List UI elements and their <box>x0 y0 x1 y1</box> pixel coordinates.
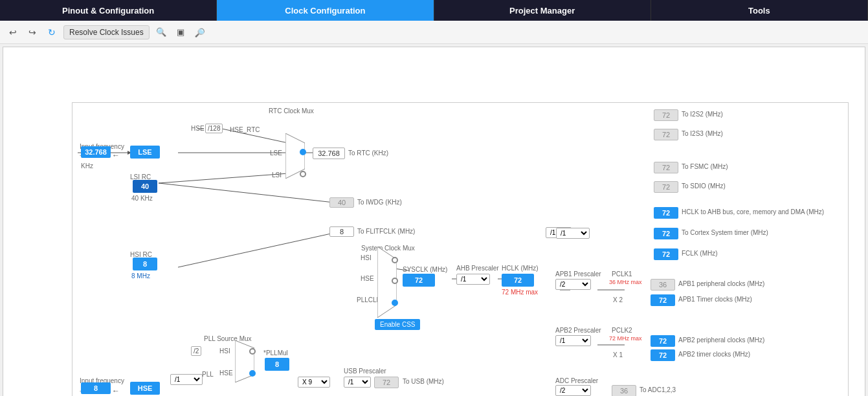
adc-prescaler-label: ADC Prescaler <box>555 377 598 384</box>
out-i2s2-box: 72 <box>654 109 678 121</box>
hse-top-label: HSE <box>191 125 205 132</box>
hsi-pll-radio[interactable] <box>249 348 256 355</box>
apb2-periph-box[interactable]: 72 <box>651 335 675 347</box>
rtc-mux-label: RTC Clock Mux <box>269 107 314 115</box>
nav-project[interactable]: Project Manager <box>434 0 651 21</box>
out-sdio-box: 72 <box>654 181 678 193</box>
to-adc-label: To ADC1,2,3 <box>640 386 676 393</box>
lsi-radio[interactable] <box>300 171 306 177</box>
to-flit-label: To FLITFCLK (MHz) <box>357 228 415 235</box>
svg-line-3 <box>159 173 288 183</box>
apb1-div-select[interactable]: /2 <box>555 279 591 290</box>
usb-prescaler-label: USB Prescaler <box>344 368 386 375</box>
nav-tools[interactable]: Tools <box>651 0 868 21</box>
hse-rtc-label: HSE_RTC <box>230 126 260 133</box>
pll-mul-box[interactable]: 8 <box>265 358 289 371</box>
diagram-lines <box>3 47 865 396</box>
pclk1-label: PCLK1 <box>612 270 632 278</box>
apb2-timer-box[interactable]: 72 <box>651 349 675 361</box>
freq-8-box[interactable]: 8 <box>81 382 111 394</box>
pll-hse-div-select[interactable]: /1 <box>170 374 203 385</box>
pclk1-max-label: 36 MHz max <box>609 279 642 285</box>
refresh-button[interactable]: ↻ <box>44 25 60 40</box>
resolve-clock-button[interactable]: Resolve Clock Issues <box>63 25 150 39</box>
out-fsmc-box: 72 <box>654 162 678 173</box>
out-hclk-box[interactable]: 72 <box>654 207 678 219</box>
cortex-div-select[interactable]: /1 <box>556 228 590 239</box>
hse-pll-label: HSE <box>219 369 233 377</box>
to-hclk-label: HCLK to AHB bus, core, memory and DMA (M… <box>682 208 824 215</box>
undo-button[interactable]: ↩ <box>5 25 21 40</box>
apb1-timer-label: APB1 Timer clocks (MHz) <box>678 296 752 303</box>
toolbar: ↩ ↪ ↻ Resolve Clock Issues 🔍 ▣ 🔍 <box>0 21 868 44</box>
lse-mux-label: LSE <box>270 149 282 157</box>
sysclk-value-box[interactable]: 72 <box>403 274 435 287</box>
apb1-periph-label: APB1 peripheral clocks (MHz) <box>678 280 764 287</box>
ahb-div-select[interactable]: /1 <box>456 274 490 285</box>
freq-32768-box[interactable]: 32.768 <box>81 146 111 158</box>
hse-pll-radio[interactable] <box>249 370 256 377</box>
hsi-sysclk-radio[interactable] <box>392 257 398 263</box>
fclk-out-label: FCLK (MHz) <box>682 250 718 257</box>
enable-css-button[interactable]: Enable CSS <box>375 319 420 330</box>
hsi-pll-label: HSI <box>219 347 230 355</box>
hclk-value-box[interactable]: 72 <box>502 274 534 287</box>
lse-box[interactable]: LSE <box>130 146 160 159</box>
svg-line-6 <box>159 183 340 203</box>
to-usb-label: To USB (MHz) <box>403 378 444 385</box>
clock-diagram: Input frequency → 32.768 ← KHz LSE LSI R… <box>3 47 865 396</box>
hclk-label: HCLK (MHz) <box>502 265 539 272</box>
hclk-max-label: 72 MHz max <box>502 289 538 296</box>
apb1-timer-box[interactable]: 72 <box>651 294 675 306</box>
div128-label: /128 <box>205 124 223 133</box>
to-fsmc-label: To FSMC (MHz) <box>682 163 728 170</box>
x2-label: X 2 <box>613 296 623 303</box>
out-fclk-box[interactable]: 72 <box>654 248 678 260</box>
pll-div2-label: /2 <box>191 346 201 356</box>
x9-select[interactable]: X 9 <box>298 377 330 388</box>
pll-label: PLL <box>202 371 214 378</box>
back-arrow-1: ← <box>112 151 120 160</box>
to-i2s3-label: To I2S3 (MHz) <box>682 130 723 137</box>
lsi-mux-label: LSI <box>272 171 282 179</box>
sysclk-label: SYSCLK (MHz) <box>403 266 447 273</box>
hse-box[interactable]: HSE <box>130 382 160 395</box>
40khz-label: 40 KHz <box>131 195 153 202</box>
zoom-out-button[interactable]: 🔍 <box>192 25 208 40</box>
zoom-in-button[interactable]: 🔍 <box>153 25 169 40</box>
adc-div-select[interactable]: /2 <box>555 385 591 396</box>
usb-div-select[interactable]: /1 <box>344 377 371 388</box>
pllmul-label: *PLLMul <box>263 349 288 357</box>
lsi-40-box[interactable]: 40 <box>133 180 157 193</box>
apb2-timer-label: APB2 timer clocks (MHz) <box>678 351 750 358</box>
rtc-value-box: 32.768 <box>313 148 345 159</box>
back-arrow-2: ← <box>112 386 120 395</box>
fit-button[interactable]: ▣ <box>173 25 188 40</box>
iwdg-box: 40 <box>329 197 354 208</box>
usb-value-box: 72 <box>374 377 399 388</box>
hse-sysclk-radio[interactable] <box>392 278 398 284</box>
pllclk-radio[interactable] <box>392 300 398 306</box>
to-iwdg-label: To IWDG (KHz) <box>357 199 402 206</box>
flit-box: 8 <box>329 226 354 237</box>
apb2-div-select[interactable]: /1 <box>555 335 591 346</box>
redo-button[interactable]: ↪ <box>25 25 40 40</box>
nav-pinout[interactable]: Pinout & Configuration <box>0 0 217 21</box>
lse-radio[interactable] <box>300 149 306 155</box>
x1-label: X 1 <box>613 351 623 358</box>
out-cortex-box[interactable]: 72 <box>654 228 678 239</box>
hsi-sysclk-label: HSI <box>361 254 372 261</box>
apb1-periph-box: 36 <box>651 279 675 291</box>
pclk2-max-label: 72 MHz max <box>609 335 642 342</box>
nav-clock[interactable]: Clock Configuration <box>217 0 434 21</box>
adc-value-box: 36 <box>612 385 636 396</box>
hsi-8-box[interactable]: 8 <box>133 258 157 270</box>
out-i2s3-box: 72 <box>654 129 678 140</box>
to-rtc-label: To RTC (KHz) <box>348 149 388 157</box>
apb1-prescaler-label: APB1 Prescaler <box>555 270 601 278</box>
pclk2-label: PCLK2 <box>612 327 632 334</box>
svg-line-7 <box>178 232 340 267</box>
main-content: Input frequency → 32.768 ← KHz LSE LSI R… <box>3 47 865 396</box>
hse-sysclk-label: HSE <box>361 275 374 282</box>
to-cortex-label: To Cortex System timer (MHz) <box>682 229 768 236</box>
